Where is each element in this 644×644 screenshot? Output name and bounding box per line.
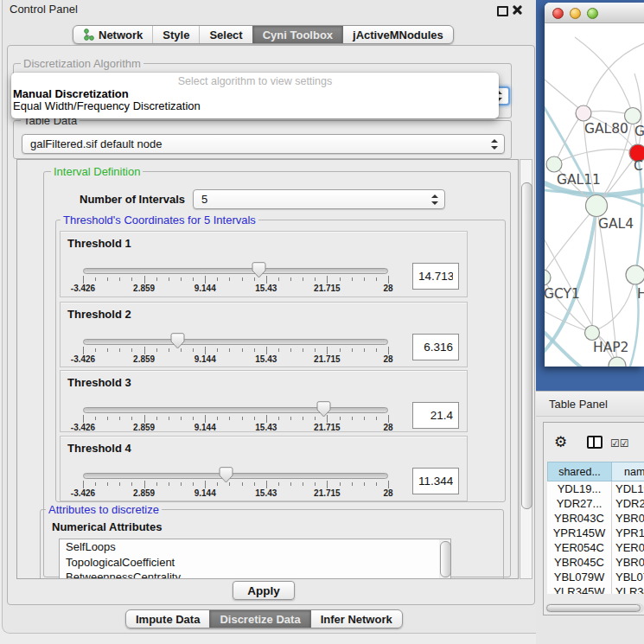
tab-select[interactable]: Select [199, 26, 252, 43]
table-row[interactable]: YBR045CYBR045C [547, 555, 644, 570]
slider-track[interactable] [83, 407, 388, 413]
table-row[interactable]: YBR043CYBR043C [547, 511, 644, 526]
minimize-traffic-light-icon[interactable] [570, 8, 581, 19]
cell-name[interactable]: YBR043C [612, 511, 644, 526]
tab-cyni-toolbox[interactable]: Cyni Toolbox [252, 26, 342, 43]
number-of-intervals-label: Number of Intervals [80, 193, 185, 206]
network-edge[interactable] [575, 37, 633, 114]
table-row[interactable]: YER054CYER054C [547, 540, 644, 555]
number-of-intervals-combo[interactable]: 5 [193, 189, 445, 209]
combo-stepper-icon [491, 139, 498, 150]
slider-thumb[interactable] [316, 401, 331, 418]
table-row[interactable]: YPR145WYPR145W [547, 526, 644, 540]
column-header-shared-name[interactable]: shared... [547, 462, 612, 481]
threshold-panel: Threshold 2 -3.4262.8599.14415.4321.7152… [60, 302, 468, 367]
cell-shared-name[interactable]: YER054C [547, 540, 612, 555]
apply-button[interactable]: Apply [233, 581, 295, 600]
table-row[interactable]: YLR345WYLR345W [547, 584, 644, 594]
close-traffic-light-icon[interactable] [552, 8, 564, 19]
network-edge[interactable] [555, 115, 582, 163]
tab-jactivemnodules[interactable]: jActiveMNodules [342, 26, 453, 43]
slider-track[interactable] [83, 268, 388, 274]
settings-scrollbar[interactable] [520, 159, 532, 579]
table-row[interactable]: YDL19...YDL19... [547, 481, 644, 496]
network-node-label: HAP2 [593, 340, 628, 355]
float-window-icon[interactable] [497, 6, 508, 16]
cell-name[interactable]: YDR27... [612, 496, 644, 511]
network-window-titlebar[interactable] [545, 3, 644, 23]
threshold-panel: Threshold 3 -3.4262.8599.14415.4321.7152… [60, 370, 468, 432]
slider-track[interactable] [83, 339, 388, 345]
cell-shared-name[interactable]: YBL079W [547, 570, 612, 584]
cyni-toolbox-pane: Discretization Algorithm Table Data galF… [7, 45, 535, 605]
slider-thumb[interactable] [219, 467, 233, 483]
cell-name[interactable]: YDL19... [612, 481, 644, 496]
tab-network[interactable]: Network [73, 26, 152, 43]
table-horizontal-scrollbar[interactable] [545, 603, 644, 613]
cell-name[interactable]: YER054C [612, 540, 644, 555]
network-canvas[interactable]: GAL80GACGAL11GAL4GCY1HHAP2 [545, 23, 644, 367]
cell-shared-name[interactable]: YBR043C [547, 511, 612, 526]
network-node[interactable] [546, 156, 562, 172]
cell-shared-name[interactable]: YLR345W [547, 584, 612, 594]
popup-item-manual-discretization[interactable]: Manual Discretization [13, 87, 129, 100]
cell-name[interactable]: YLR345W [612, 584, 644, 594]
slider-thumb[interactable] [252, 262, 266, 278]
cell-name[interactable]: YPR145W [612, 526, 644, 540]
tab-infer-network[interactable]: Infer Network [310, 610, 402, 628]
network-node[interactable] [609, 357, 626, 367]
table-panel-frame: ⚙ ☑☑ shared... name YDL19...YDL19...YDR2… [543, 422, 644, 615]
threshold-panel: Threshold 1 -3.4262.8599.14415.4321.7152… [60, 231, 468, 297]
panel-tab-bar: Network Style Select Cyni Toolbox jActiv… [73, 25, 454, 44]
cell-shared-name[interactable]: YBR045C [547, 555, 612, 570]
network-edge[interactable] [545, 328, 583, 367]
table-row[interactable]: YDR27...YDR27... [547, 496, 644, 511]
bottom-tab-bar: Impute Data Discretize Data Infer Networ… [125, 609, 403, 628]
tab-discretize-data[interactable]: Discretize Data [209, 610, 309, 628]
table-body: YDL19...YDL19...YDR27...YDR27...YBR043CY… [547, 481, 644, 594]
tab-style[interactable]: Style [152, 26, 199, 43]
network-node[interactable] [586, 195, 608, 217]
network-node[interactable] [625, 108, 641, 124]
zoom-traffic-light-icon[interactable] [587, 8, 598, 19]
attributes-group-label: Attributes to discretize [46, 503, 162, 516]
numerical-attributes-list[interactable]: SelfLoopsTopologicalCoefficientBetweenne… [59, 539, 451, 579]
slider-track[interactable] [83, 473, 388, 479]
control-panel-title: Control Panel [10, 3, 78, 16]
columns-icon[interactable] [587, 436, 603, 449]
network-node[interactable] [585, 326, 600, 341]
table-panel-titlebar: Table Panel [536, 391, 644, 417]
slider-thumb[interactable] [170, 333, 185, 349]
popup-hint: Select algorithm to view settings [11, 75, 499, 87]
numerical-attributes-label: Numerical Attributes [52, 520, 162, 533]
close-icon[interactable] [513, 5, 522, 15]
gear-icon[interactable]: ⚙ [554, 435, 567, 450]
popup-item-equal-width-frequency[interactable]: Equal Width/Frequency Discretization [13, 99, 201, 112]
attribute-list-item[interactable]: TopologicalCoefficient [60, 555, 450, 571]
tab-impute-data[interactable]: Impute Data [126, 610, 209, 628]
network-node-label: GAL11 [557, 172, 601, 188]
cell-name[interactable]: YBR045C [612, 555, 644, 570]
slider-tick-labels: -3.4262.8599.14415.4321.71528 [61, 488, 467, 499]
select-columns-check-icons[interactable]: ☑☑ [610, 437, 629, 450]
network-node[interactable] [545, 270, 551, 285]
discretization-algorithm-group-label: Discretization Algorithm [21, 57, 143, 70]
network-edge[interactable] [545, 206, 596, 276]
table-data-combo[interactable]: galFiltered.sif default node [22, 134, 505, 154]
column-header-name[interactable]: name [612, 462, 644, 481]
network-edge[interactable] [635, 156, 641, 275]
network-node[interactable] [576, 105, 591, 121]
cell-shared-name[interactable]: YDR27... [547, 496, 612, 511]
cell-name[interactable]: YBL079W [612, 570, 644, 584]
table-row[interactable]: YBL079WYBL079W [547, 570, 644, 584]
attribute-list-item[interactable]: BetweennessCentrality [60, 570, 450, 579]
network-node[interactable] [626, 265, 644, 284]
network-edge[interactable] [545, 75, 582, 111]
settings-scroll-area: Interval Definition Number of Intervals … [16, 159, 519, 579]
cell-shared-name[interactable]: YDL19... [547, 481, 612, 496]
attribute-list-item[interactable]: SelfLoops [60, 539, 450, 555]
network-graph-icon [83, 29, 94, 41]
attributes-list-scrollbar[interactable] [439, 539, 450, 579]
network-node-label: C [634, 158, 643, 174]
cell-shared-name[interactable]: YPR145W [547, 526, 612, 540]
